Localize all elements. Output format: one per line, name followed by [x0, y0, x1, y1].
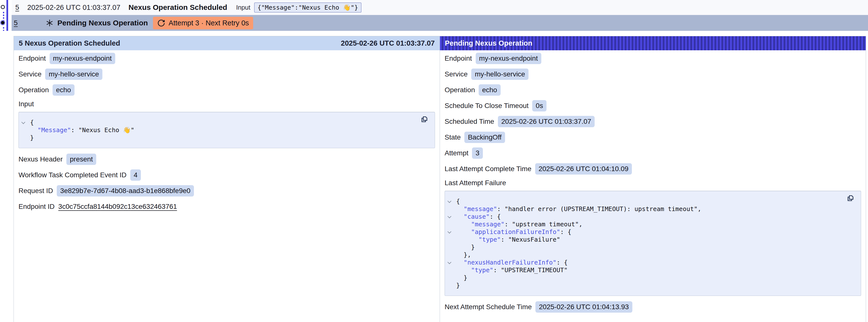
field-label: Operation [19, 86, 49, 94]
event-input-value-badge: {"Message":"Nexus Echo 👋"} [254, 2, 362, 12]
pending-panel-body: Endpointmy-nexus-endpointServicemy-hello… [440, 50, 866, 322]
field-endpoint: Endpointmy-nexus-endpoint [19, 53, 435, 64]
field-value-badge: BackingOff [464, 132, 505, 143]
event-timestamp: 2025-02-26 UTC 01:03:37.07 [27, 3, 120, 11]
chevron-down-icon[interactable] [447, 199, 452, 203]
field-endpoint: Endpointmy-nexus-endpoint [444, 53, 861, 64]
scheduled-panel-timestamp: 2025-02-26 UTC 01:03:37.07 [341, 39, 435, 47]
input-json-viewer: { "Message": "Nexus Echo 👋"} [19, 112, 435, 148]
field-value-link[interactable]: 3c0c75ccfa8144b092c13ce632463761 [58, 203, 177, 211]
field-last-attempt-complete-time: Last Attempt Complete Time2025-02-26 UTC… [444, 163, 861, 174]
json-line: } [456, 243, 844, 251]
json-line: "message": "handler error (UPSTREAM_TIME… [456, 205, 844, 213]
field-label: State [444, 133, 461, 141]
field-value-badge: 2025-02-26 UTC 01:03:37.07 [498, 116, 595, 127]
field-value-badge: present [66, 154, 96, 165]
field-service: Servicemy-hello-service [444, 68, 861, 80]
chevron-down-icon[interactable] [22, 120, 25, 124]
scheduled-panel-header: 5 Nexus Operation Scheduled 2025-02-26 U… [14, 36, 440, 50]
field-value-badge: 2025-02-26 UTC 01:04:13.93 [535, 301, 632, 313]
field-value-badge: echo [53, 84, 74, 96]
copy-icon[interactable] [420, 116, 429, 124]
json-line: "cause": { [456, 213, 844, 220]
field-label: Last Attempt Complete Time [444, 165, 531, 173]
attempt-retry-text: Attempt 3 · Next Retry 0s [168, 19, 249, 27]
field-label: Service [19, 70, 41, 78]
field-label: Schedule To Close Timeout [444, 102, 528, 110]
field-nexus-header: Nexus Headerpresent [19, 154, 435, 165]
scheduled-panel-title: 5 Nexus Operation Scheduled [19, 39, 120, 47]
field-endpoint-id: Endpoint ID3c0c75ccfa8144b092c13ce632463… [19, 201, 435, 212]
retry-icon [157, 19, 165, 27]
field-value-badge: echo [479, 84, 501, 96]
timeline-dashed-connector [3, 27, 4, 31]
event-id-link[interactable]: 5 [15, 3, 19, 11]
field-value-badge: 0s [532, 100, 547, 111]
field-label: Endpoint ID [19, 203, 55, 211]
pending-operation-row[interactable]: 5 Pending Nexus Operation Attempt 3 · Ne… [11, 15, 868, 31]
json-line: "nexusHandlerFailureInfo": { [456, 259, 844, 266]
field-label: Scheduled Time [444, 118, 494, 126]
chevron-down-icon[interactable] [447, 260, 452, 264]
json-line: "Message": "Nexus Echo 👋" [30, 126, 417, 134]
event-history-detail-view: 5 2025-02-26 UTC 01:03:37.07 Nexus Opera… [0, 0, 868, 322]
field-next-attempt-schedule-time: Next Attempt Schedule Time2025-02-26 UTC… [444, 301, 861, 313]
event-input-label: Input [236, 4, 250, 11]
json-line: "type": "UPSTREAM_TIMEOUT" [456, 266, 844, 274]
pending-operation-icon [45, 19, 54, 27]
timeline-gutter [0, 0, 11, 31]
field-value-badge: my-nexus-endpoint [50, 53, 115, 64]
pending-panel-header: Pending Nexus Operation [440, 36, 866, 50]
json-line: "applicationFailureInfo": { [456, 228, 844, 236]
field-value-badge: my-hello-service [471, 68, 528, 80]
chevron-down-icon[interactable] [447, 230, 452, 234]
field-workflow-task-completed-event-id: Workflow Task Completed Event ID4 [19, 169, 435, 181]
field-label: Endpoint [19, 55, 46, 62]
json-line: { [456, 197, 844, 205]
pending-panel-title: Pending Nexus Operation [445, 39, 532, 47]
field-value-badge: 4 [130, 169, 141, 181]
event-title: Nexus Operation Scheduled [128, 3, 227, 11]
field-label: Workflow Task Completed Event ID [19, 171, 127, 179]
chevron-down-icon[interactable] [447, 215, 452, 219]
field-value-badge: my-nexus-endpoint [476, 53, 541, 64]
json-line: "message": "upstream timeout", [456, 220, 844, 228]
pending-id-link[interactable]: 5 [14, 19, 18, 27]
failure-json-viewer: { "message": "handler error (UPSTREAM_TI… [444, 191, 861, 296]
failure-section-label: Last Attempt Failure [444, 179, 861, 187]
field-label: Nexus Header [19, 155, 63, 163]
json-line: "type": "NexusFailure" [456, 236, 844, 243]
field-value-badge: 2025-02-26 UTC 01:04:10.09 [535, 163, 632, 174]
field-service: Servicemy-hello-service [19, 68, 435, 80]
field-label: Attempt [444, 149, 468, 157]
pending-operation-panel: Pending Nexus Operation Endpointmy-nexus… [440, 36, 866, 322]
pending-operation-title: Pending Nexus Operation [58, 19, 148, 27]
field-label: Operation [444, 86, 475, 94]
field-attempt: Attempt3 [444, 148, 861, 159]
field-operation: Operationecho [444, 84, 861, 96]
field-label: Endpoint [444, 55, 472, 62]
json-line: } [456, 282, 844, 289]
json-line: { [30, 119, 417, 126]
timeline-dashed-connector [3, 12, 4, 21]
field-label: Next Attempt Schedule Time [444, 303, 532, 311]
copy-icon[interactable] [846, 194, 855, 203]
field-value-badge: my-hello-service [45, 68, 102, 80]
event-row-scheduled[interactable]: 5 2025-02-26 UTC 01:03:37.07 Nexus Opera… [11, 0, 868, 15]
field-scheduled-time: Scheduled Time2025-02-26 UTC 01:03:37.07 [444, 116, 861, 127]
input-section-label: Input [19, 100, 435, 108]
json-line: } [30, 134, 417, 141]
field-state: StateBackingOff [444, 132, 861, 143]
field-value-badge: 3 [472, 148, 483, 159]
field-label: Service [444, 70, 468, 78]
active-event-indicator-bar [6, 0, 8, 31]
scheduled-event-panel: 5 Nexus Operation Scheduled 2025-02-26 U… [14, 36, 440, 322]
pending-timeline-node-icon [1, 21, 4, 24]
json-line: }, [456, 251, 844, 259]
field-schedule-to-close-timeout: Schedule To Close Timeout0s [444, 100, 861, 111]
scheduled-panel-body: Endpointmy-nexus-endpointServicemy-hello… [14, 50, 440, 222]
field-label: Request ID [19, 187, 53, 195]
field-operation: Operationecho [19, 84, 435, 96]
field-request-id: Request ID3e829b7e-7d67-4b08-aad3-b1e868… [19, 185, 435, 196]
json-line: } [456, 274, 844, 282]
